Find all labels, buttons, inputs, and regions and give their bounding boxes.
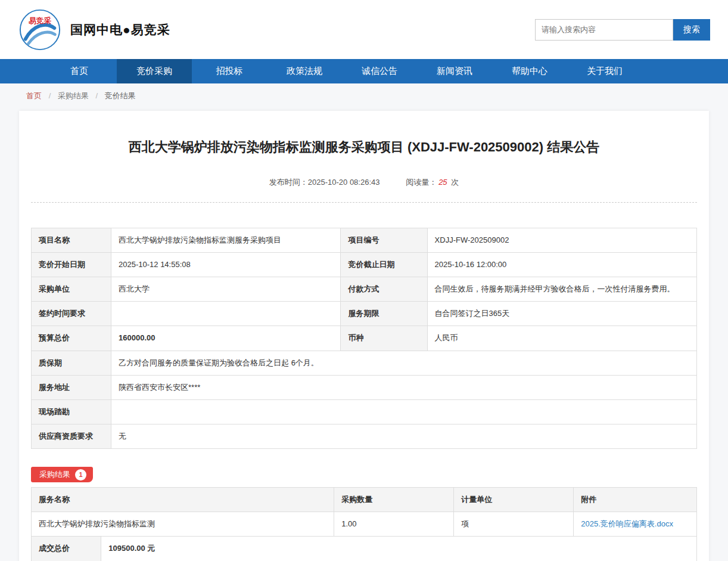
info-label-cell: 竞价截止日期: [341, 252, 427, 277]
nav-item-about[interactable]: 关于我们: [567, 59, 642, 83]
info-label-cell: 现场踏勘: [32, 399, 111, 424]
attachment-cell: 2025.竞价响应偏离表.docx: [574, 512, 697, 537]
info-label-cell: 预算总价: [32, 326, 111, 351]
info-label-cell: 签约时间要求: [32, 302, 111, 326]
result-detail-table: 成交总价 109500.00 元 成交供应商 西安大成环保科技有限公司 质保及售…: [31, 536, 697, 561]
info-value-cell: 无: [111, 424, 697, 448]
nav-item-integrity[interactable]: 诚信公告: [342, 59, 417, 83]
info-value-cell: XDJJ-FW-202509002: [427, 228, 696, 252]
table-header-row: 服务名称 采购数量 计量单位 附件: [32, 488, 697, 512]
info-label-cell: 项目编号: [341, 228, 427, 252]
info-label-cell: 竞价开始日期: [32, 252, 111, 277]
nav-item-help[interactable]: 帮助中心: [492, 59, 567, 83]
breadcrumb-separator: /: [49, 91, 51, 100]
main-nav: 首页 竞价采购 招投标 政策法规 诚信公告 新闻资讯 帮助中心 关于我们: [0, 59, 728, 83]
info-value-cell: 陕西省西安市长安区****: [111, 375, 697, 399]
nav-item-home[interactable]: 首页: [42, 59, 117, 83]
breadcrumb-separator: /: [96, 91, 98, 100]
table-row: 质保期 乙方对合同服务的质量保证期为验收合格后之日起 6个月。: [32, 351, 697, 375]
result-header-cell: 计量单位: [454, 488, 574, 512]
info-value-cell: 西北大学: [111, 277, 341, 302]
result-header-cell: 服务名称: [32, 488, 334, 512]
table-row: 西北大学锅炉排放污染物指标监测 1.00 项 2025.竞价响应偏离表.docx: [32, 512, 697, 537]
service-name-cell: 西北大学锅炉排放污染物指标监测: [32, 512, 334, 537]
breadcrumb-home[interactable]: 首页: [26, 91, 42, 100]
article-meta: 发布时间：2025-10-20 08:26:43 阅读量：25 次: [31, 177, 697, 188]
info-value-cell: 人民币: [427, 326, 696, 351]
project-info-table: 项目名称 西北大学锅炉排放污染物指标监测服务采购项目 项目编号 XDJJ-FW-…: [31, 228, 697, 449]
deal-total-value: 109500.00 元: [101, 537, 697, 561]
nav-item-news[interactable]: 新闻资讯: [417, 59, 492, 83]
budget-total-value: 160000.00: [111, 326, 341, 351]
info-label-cell: 项目名称: [32, 228, 111, 252]
info-label-cell: 质保期: [32, 351, 111, 375]
info-label-cell: 币种: [341, 326, 427, 351]
publish-time-value: 2025-10-20 08:26:43: [308, 178, 380, 187]
nav-item-bidding-purchase[interactable]: 竞价采购: [117, 59, 192, 83]
nav-item-policies[interactable]: 政策法规: [267, 59, 342, 83]
table-row: 预算总价 160000.00 币种 人民币: [32, 326, 697, 351]
breadcrumb-purchase-results[interactable]: 采购结果: [58, 91, 89, 100]
table-row: 现场踏勘: [32, 399, 697, 424]
info-value-cell: 乙方对合同服务的质量保证期为验收合格后之日起 6个月。: [111, 351, 697, 375]
result-header-cell: 采购数量: [334, 488, 454, 512]
info-label-cell: 付款方式: [341, 277, 427, 302]
table-row: 服务地址 陕西省西安市长安区****: [32, 375, 697, 399]
info-label-cell: 采购单位: [32, 277, 111, 302]
deal-total-label: 成交总价: [32, 537, 101, 561]
site-logo: 易竞采: [18, 8, 62, 52]
info-value-cell: 西北大学锅炉排放污染物指标监测服务采购项目: [111, 228, 341, 252]
info-value-cell: [111, 399, 697, 424]
table-row: 采购单位 西北大学 付款方式 合同生效后，待服务期满并经甲方验收合格后，一次性付…: [32, 277, 697, 302]
publish-time-label: 发布时间：: [269, 178, 308, 187]
info-value-cell: 2025-10-16 12:00:00: [427, 252, 696, 277]
info-value-cell: [111, 302, 341, 326]
attachment-link[interactable]: 2025.竞价响应偏离表.docx: [581, 519, 673, 528]
view-count-unit: 次: [451, 178, 459, 187]
result-table: 服务名称 采购数量 计量单位 附件 西北大学锅炉排放污染物指标监测 1.00 项…: [31, 487, 697, 537]
logo-text: 易竞采: [28, 16, 51, 25]
result-section-badge: 采购结果 1: [31, 467, 93, 482]
search-button[interactable]: 搜索: [673, 19, 710, 41]
brand-title: 国网中电●易竞采: [70, 21, 170, 38]
table-row: 签约时间要求 服务期限 自合同签订之日365天: [32, 302, 697, 326]
table-row: 成交总价 109500.00 元: [32, 537, 697, 561]
publish-time: 发布时间：2025-10-20 08:26:43: [269, 178, 382, 187]
view-count-label: 阅读量：: [406, 178, 437, 187]
announcement-card: 西北大学锅炉排放污染物指标监测服务采购项目 (XDJJ-FW-202509002…: [19, 111, 709, 561]
breadcrumb: 首页 / 采购结果 / 竞价结果: [0, 83, 728, 109]
result-count-badge: 1: [76, 470, 86, 480]
table-row: 竞价开始日期 2025-10-12 14:55:08 竞价截止日期 2025-1…: [32, 252, 697, 277]
breadcrumb-bidding-results: 竞价结果: [105, 91, 136, 100]
info-label-cell: 服务期限: [341, 302, 427, 326]
info-value-cell: 2025-10-12 14:55:08: [111, 252, 341, 277]
site-header: 易竞采 国网中电●易竞采 搜索: [0, 0, 728, 59]
dashed-divider: [31, 202, 697, 203]
info-value-cell: 合同生效后，待服务期满并经甲方验收合格后，一次性付清服务费用。: [427, 277, 696, 302]
unit-cell: 项: [454, 512, 574, 537]
info-label-cell: 服务地址: [32, 375, 111, 399]
result-badge-label: 采购结果: [39, 469, 70, 480]
quantity-cell: 1.00: [334, 512, 454, 537]
view-count-value: 25: [438, 178, 447, 187]
view-count: 阅读量：25 次: [406, 178, 459, 187]
info-label-cell: 供应商资质要求: [32, 424, 111, 448]
info-value-cell: 自合同签订之日365天: [427, 302, 696, 326]
nav-item-tenders[interactable]: 招投标: [192, 59, 267, 83]
search-box: 搜索: [535, 19, 710, 41]
page-title: 西北大学锅炉排放污染物指标监测服务采购项目 (XDJJ-FW-202509002…: [31, 138, 697, 157]
table-row: 供应商资质要求 无: [32, 424, 697, 448]
result-header-cell: 附件: [574, 488, 697, 512]
logo-emblem-icon: 易竞采: [18, 8, 62, 52]
table-row: 项目名称 西北大学锅炉排放污染物指标监测服务采购项目 项目编号 XDJJ-FW-…: [32, 228, 697, 252]
search-input[interactable]: [535, 19, 673, 41]
